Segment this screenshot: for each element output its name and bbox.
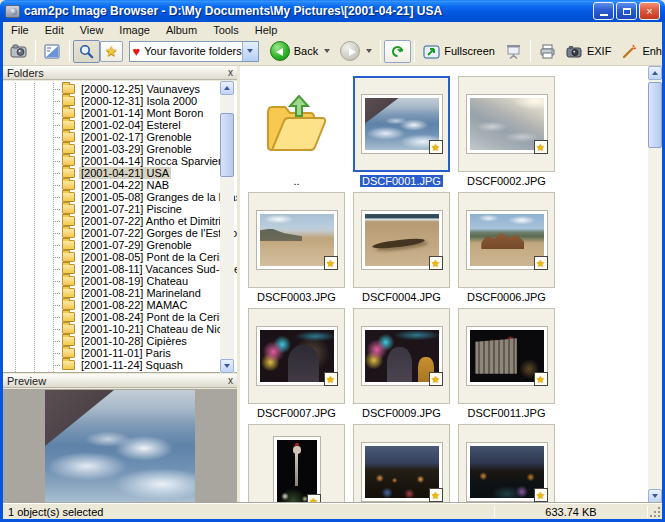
folder-label: [2001-05-08] Granges de la Brasque xyxy=(79,191,237,203)
thumbnail-item-dusk1[interactable]: ★ xyxy=(353,424,450,503)
forward-button[interactable] xyxy=(335,38,377,64)
thumbnail-item-DSCF0011.JPG[interactable]: ★ DSCF0011.JPG xyxy=(458,308,555,420)
folder-label: [2001-07-21] Piscine xyxy=(79,203,184,215)
preview-panel xyxy=(3,389,237,503)
folder-tree-item[interactable]: [2001-04-21] USA xyxy=(3,167,223,179)
folder-tree-item[interactable]: [2001-02-17] Grenoble xyxy=(3,131,223,143)
maximize-button[interactable] xyxy=(616,2,637,20)
folder-tree-item[interactable]: [2001-03-29] Grenoble xyxy=(3,143,223,155)
folder-tree-item[interactable]: [2001-07-22] Gorges de l'Esteron xyxy=(3,227,223,239)
combo-value: Your favorite folders xyxy=(144,45,241,57)
folder-tree-item[interactable]: [2001-11-01] Paris xyxy=(3,347,223,359)
favorite-folders-combo[interactable]: ♥ Your favorite folders xyxy=(129,41,259,62)
folder-label: [2001-08-22] MAMAC xyxy=(79,299,189,311)
window-title: cam2pc Image Browser - D:\My Documents\M… xyxy=(24,4,593,18)
folder-label: [2001-04-22] NAB xyxy=(79,179,171,191)
folder-label: [2001-08-24] Pont de la Cerise xyxy=(79,311,233,323)
forward-arrow-icon xyxy=(340,41,360,61)
thumbnail-item-DSCF0006.JPG[interactable]: ★ DSCF0006.JPG xyxy=(458,192,555,304)
folder-tree-item[interactable]: [2001-05-08] Granges de la Brasque xyxy=(3,191,223,203)
folder-label: [2001-08-11] Vacances Sud-Ouest xyxy=(79,263,237,275)
thumbnails-scrollbar-thumb[interactable] xyxy=(648,82,662,148)
menu-item[interactable]: Album xyxy=(158,23,205,37)
thumbnail-item-DSCF0009.JPG[interactable]: ★ DSCF0009.JPG xyxy=(353,308,450,420)
favorites-mode-toggle[interactable]: ★ xyxy=(100,41,123,62)
folder-tree-item[interactable]: [2001-08-19] Chateau xyxy=(3,275,223,287)
folder-label: [2001-10-28] Cipières xyxy=(79,335,189,347)
favorite-star-badge: ★ xyxy=(534,372,548,386)
folder-tree-item[interactable]: [2001-11-24] Squash xyxy=(3,359,223,371)
camera-download-button[interactable] xyxy=(5,40,32,63)
folder-tree-item[interactable]: [2001-08-22] MAMAC xyxy=(3,299,223,311)
folder-tree-item[interactable]: [2001-07-22] Antho et Dimitri xyxy=(3,215,223,227)
enhance-button[interactable]: Enhance xyxy=(616,40,662,63)
exif-button[interactable]: EXIF xyxy=(561,40,616,63)
favorite-star-badge: ★ xyxy=(534,256,548,270)
folder-tree-item[interactable]: [2001-04-14] Rocca Sparviera xyxy=(3,155,223,167)
folder-tree-item[interactable]: [2000-12-31] Isola 2000 xyxy=(3,95,223,107)
folder-tree-item[interactable]: [2001-08-24] Pont de la Cerise xyxy=(3,311,223,323)
thumbnail-item-tower1[interactable]: ★ xyxy=(248,424,345,503)
tree-scrollbar-thumb[interactable] xyxy=(220,113,234,177)
folder-tree-item[interactable]: [2001-01-14] Mont Boron xyxy=(3,107,223,119)
folder-icon xyxy=(62,108,75,118)
scroll-up-icon[interactable] xyxy=(648,66,662,80)
combo-dropdown-button[interactable] xyxy=(242,42,258,61)
minimize-button[interactable] xyxy=(593,2,614,20)
parent-folder-item[interactable]: .. xyxy=(248,76,345,188)
thumbnail-item-DSCF0004.JPG[interactable]: ★ DSCF0004.JPG xyxy=(353,192,450,304)
folder-tree-item[interactable]: [2001-10-21] Chateau de Nice xyxy=(3,323,223,335)
preview-close-icon[interactable]: x xyxy=(228,376,233,386)
forward-dropdown-chevron-icon[interactable] xyxy=(366,49,372,53)
browse-mode-toggle[interactable] xyxy=(73,40,100,63)
close-button[interactable]: × xyxy=(639,2,660,20)
folders-close-icon[interactable]: x xyxy=(228,68,233,78)
folder-icon xyxy=(62,312,75,322)
thumbnail-item-DSCF0003.JPG[interactable]: ★ DSCF0003.JPG xyxy=(248,192,345,304)
menu-item[interactable]: Edit xyxy=(37,23,72,37)
thumbnail-frame: ★ xyxy=(458,76,555,172)
scroll-down-icon[interactable] xyxy=(220,359,234,373)
folder-tree-item[interactable]: [2001-08-21] Marineland xyxy=(3,287,223,299)
refresh-button[interactable] xyxy=(384,40,411,63)
thumbnail-item-DSCF0001.JPG[interactable]: ★ DSCF0001.JPG xyxy=(353,76,450,188)
folder-icon xyxy=(62,120,75,130)
fullscreen-button[interactable]: Fullscreen xyxy=(418,40,500,63)
folder-tree-item[interactable]: [2001-04-22] NAB xyxy=(3,179,223,191)
menu-item[interactable]: Tools xyxy=(205,23,247,37)
window-border xyxy=(0,22,3,522)
scroll-up-icon[interactable] xyxy=(220,81,234,95)
menu-item[interactable]: Help xyxy=(247,23,286,37)
folder-icon xyxy=(62,360,75,370)
resize-grip[interactable] xyxy=(648,505,662,519)
preview-image xyxy=(45,390,195,502)
menu-item[interactable]: File xyxy=(3,23,37,37)
back-button[interactable]: Back xyxy=(265,38,335,64)
thumbnail-item-DSCF0007.JPG[interactable]: ★ DSCF0007.JPG xyxy=(248,308,345,420)
tree-scrollbar[interactable] xyxy=(220,81,234,373)
thumbnails-scrollbar[interactable] xyxy=(648,66,662,503)
thumbnail-frame: ★ xyxy=(353,424,450,503)
folder-tree-item[interactable]: [2001-07-21] Piscine xyxy=(3,203,223,215)
thumbnail-label: DSCF0004.JPG xyxy=(360,291,443,303)
folder-tree-item[interactable]: [2001-10-28] Cipières xyxy=(3,335,223,347)
scroll-down-icon[interactable] xyxy=(648,489,662,503)
viewer-button[interactable] xyxy=(39,40,66,63)
folder-up-icon xyxy=(264,95,330,153)
menu-item[interactable]: View xyxy=(72,23,112,37)
up-folder-label: .. xyxy=(291,175,301,187)
back-dropdown-chevron-icon[interactable] xyxy=(324,49,330,53)
folder-tree-item[interactable]: [2001-08-11] Vacances Sud-Ouest xyxy=(3,263,223,275)
toolbar-separator xyxy=(530,40,531,62)
menu-item[interactable]: Image xyxy=(111,23,158,37)
thumbnail-item-DSCF0002.JPG[interactable]: ★ DSCF0002.JPG xyxy=(458,76,555,188)
slideshow-button[interactable] xyxy=(500,40,527,63)
folder-tree-item[interactable]: [2000-12-25] Vaunaveys xyxy=(3,83,223,95)
print-button[interactable] xyxy=(534,40,561,63)
folder-label: [2001-07-29] Grenoble xyxy=(79,239,194,251)
folder-tree-item[interactable]: [2001-08-05] Pont de la Cerise xyxy=(3,251,223,263)
exif-camera-icon xyxy=(566,43,583,60)
folder-tree-item[interactable]: [2001-07-29] Grenoble xyxy=(3,239,223,251)
folder-tree-item[interactable]: [2001-02-04] Esterel xyxy=(3,119,223,131)
thumbnail-item-dusk2[interactable]: ★ xyxy=(458,424,555,503)
